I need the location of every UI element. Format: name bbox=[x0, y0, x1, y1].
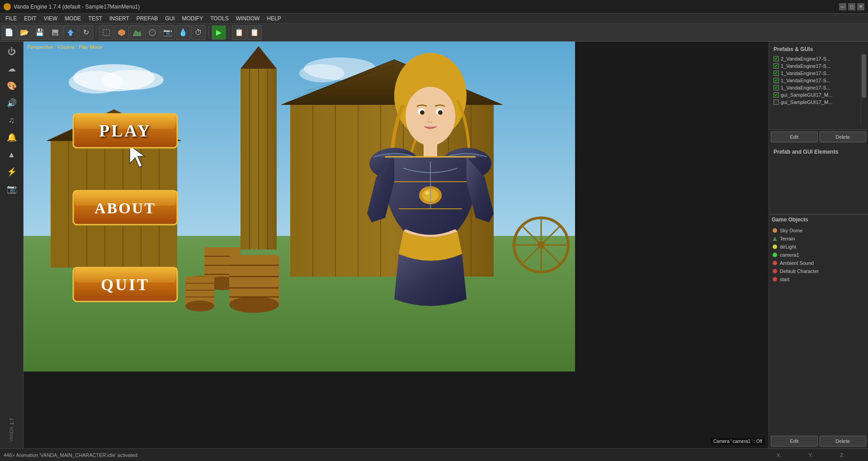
go-label-terrain: Terrain bbox=[780, 236, 795, 241]
toolbar-clock[interactable]: ⏱ bbox=[191, 25, 206, 40]
menu-gui[interactable]: GUI bbox=[161, 14, 178, 23]
prefabs-delete-button[interactable]: Delete bbox=[820, 132, 867, 142]
coord-group: X: Y: Z: bbox=[777, 452, 864, 458]
prefab-item-4[interactable]: ✓ 1_VandaEngine17-S... bbox=[771, 84, 866, 91]
prefab-item-6[interactable]: ✓ gui_SampleGUI17_M... bbox=[771, 99, 866, 106]
sidebar-bell-icon[interactable]: 🔔 bbox=[4, 129, 20, 146]
toolbar-water[interactable]: 💧 bbox=[176, 25, 190, 40]
svg-rect-4 bbox=[103, 29, 109, 36]
prefab-label-2: 1_VandaEngine17-S... bbox=[781, 71, 830, 76]
prefab-checkbox-0[interactable]: ✓ bbox=[774, 56, 779, 61]
go-delete-button[interactable]: Delete bbox=[820, 436, 867, 447]
go-dot-default-character bbox=[773, 269, 777, 273]
menu-prefab[interactable]: PREFAB bbox=[133, 14, 161, 23]
main-area: ⏻ ☁ 🎨 🔊 ♫ 🔔 ▲ ⚡ 📷 1.7 VANDA Perspective … bbox=[0, 42, 868, 448]
menu-window[interactable]: WINDOW bbox=[232, 14, 264, 23]
toolbar-copy[interactable]: 📋 bbox=[232, 25, 246, 40]
go-label-dirlight: dirLight bbox=[780, 244, 796, 249]
prefab-elements-section: Prefab and GUI Elements bbox=[769, 144, 868, 214]
sidebar-power-icon[interactable]: ⏻ bbox=[4, 43, 20, 60]
toolbar-new[interactable]: 📄 bbox=[2, 25, 16, 40]
toolbar-select[interactable] bbox=[99, 25, 113, 40]
sidebar-paint-icon[interactable]: 🎨 bbox=[4, 78, 20, 94]
prefab-item-0[interactable]: ✓ 2_VandaEngine17-S... bbox=[771, 55, 866, 62]
toolbar-terrain[interactable] bbox=[130, 25, 144, 40]
prefab-list: ✓ 2_VandaEngine17-S... ✓ 1_VandaEngine17… bbox=[771, 54, 866, 127]
prefab-item-2[interactable]: ✓ 1_VandaEngine17-S... bbox=[771, 70, 866, 77]
prefab-checkbox-4[interactable]: ✓ bbox=[774, 85, 779, 90]
svg-text:QUIT: QUIT bbox=[101, 276, 150, 294]
sidebar-audio-icon[interactable]: 🔊 bbox=[4, 95, 20, 111]
prefab-elements-title: Prefab and GUI Elements bbox=[771, 147, 866, 157]
camera-overlay: Camera ' camera1 ' : Off bbox=[711, 438, 765, 445]
menu-mode[interactable]: MODE bbox=[61, 14, 85, 23]
svg-point-73 bbox=[438, 110, 443, 115]
prefab-checkbox-5[interactable]: ✓ bbox=[774, 92, 779, 98]
toolbar-sep2 bbox=[208, 26, 209, 39]
prefab-item-5[interactable]: ✓ gui_SampleGUI17_M... bbox=[771, 91, 866, 99]
menu-edit[interactable]: EDIT bbox=[20, 14, 40, 23]
toolbar-paste[interactable]: 📋 bbox=[247, 25, 262, 40]
toolbar-open[interactable]: 📂 bbox=[17, 25, 32, 40]
y-value bbox=[815, 452, 833, 458]
toolbar: 📄 📂 💾 ↻ 📷 💧 ⏱ ▶ 📋 📋 bbox=[0, 24, 868, 42]
toolbar-save[interactable]: 💾 bbox=[33, 25, 47, 40]
sidebar-music-icon[interactable]: ♫ bbox=[4, 112, 20, 128]
prefab-checkbox-6[interactable]: ✓ bbox=[774, 99, 779, 105]
menu-test[interactable]: TEST bbox=[85, 14, 106, 23]
prefabs-section: Prefabs & GUIs ✓ 2_VandaEngine17-S... ✓ … bbox=[769, 42, 868, 130]
status-bar: 446> Animation 'VANDA_MAIN_CHARACTER:idl… bbox=[0, 448, 868, 461]
go-item-default-character[interactable]: Default Character bbox=[769, 267, 868, 275]
viewport[interactable]: Perspective : VScene : Play Mode bbox=[24, 42, 769, 448]
go-label-ambient-sound: Ambient Sound bbox=[780, 260, 814, 266]
menu-insert[interactable]: INSERT bbox=[106, 14, 133, 23]
vanda-name-label: VANDA bbox=[9, 427, 14, 442]
vanda-version-label: 1.7 bbox=[9, 418, 14, 425]
go-item-skydome[interactable]: Sky Dome bbox=[769, 226, 868, 235]
menu-view[interactable]: VIEW bbox=[40, 14, 61, 23]
toolbar-sphere[interactable] bbox=[145, 25, 160, 40]
prefab-label-4: 1_VandaEngine17-S... bbox=[781, 85, 830, 90]
prefabs-title: Prefabs & GUIs bbox=[771, 44, 866, 54]
svg-rect-2 bbox=[53, 33, 57, 35]
prefab-item-3[interactable]: ✓ 1_VandaEngine17-S... bbox=[771, 77, 866, 84]
prefabs-edit-button[interactable]: Edit bbox=[771, 132, 818, 142]
toolbar-play[interactable]: ▶ bbox=[212, 25, 226, 40]
sidebar-mountain-icon[interactable]: ▲ bbox=[4, 146, 20, 163]
prefab-item-1[interactable]: ✓ 1_VandaEngine17-S... bbox=[771, 62, 866, 70]
coord-x: X: bbox=[777, 452, 801, 458]
menu-file[interactable]: FILE bbox=[2, 14, 20, 23]
prefab-checkbox-3[interactable]: ✓ bbox=[774, 78, 779, 83]
go-item-camera1[interactable]: camera1 bbox=[769, 251, 868, 259]
sidebar-photo-icon[interactable]: 📷 bbox=[4, 181, 20, 197]
toolbar-redo[interactable]: ↻ bbox=[79, 25, 93, 40]
maximize-button[interactable]: ◻ bbox=[848, 3, 855, 10]
go-item-terrain[interactable]: Terrain bbox=[769, 235, 868, 243]
minimize-button[interactable]: — bbox=[839, 3, 846, 10]
prefab-checkbox-2[interactable]: ✓ bbox=[774, 71, 779, 76]
status-message: 446> Animation 'VANDA_MAIN_CHARACTER:idl… bbox=[4, 452, 768, 458]
window-controls: — ◻ ✕ bbox=[839, 3, 864, 10]
go-item-ambient-sound[interactable]: Ambient Sound bbox=[769, 259, 868, 267]
game-objects-list: Sky Dome Terrain dirLight camera1 bbox=[769, 225, 868, 434]
prefab-checkbox-1[interactable]: ✓ bbox=[774, 63, 779, 69]
menu-modify[interactable]: MODIFY bbox=[179, 14, 207, 23]
prefab-label-5: gui_SampleGUI17_M... bbox=[781, 92, 832, 98]
toolbar-cube[interactable] bbox=[114, 25, 129, 40]
game-objects-section: Game Objects Sky Dome Terrain dirLight bbox=[769, 214, 868, 434]
menu-tools[interactable]: TOOLS bbox=[207, 14, 232, 23]
go-item-dirlight[interactable]: dirLight bbox=[769, 243, 868, 251]
go-dot-ambient-sound bbox=[773, 261, 777, 265]
go-edit-button[interactable]: Edit bbox=[771, 436, 818, 447]
go-item-start[interactable]: start bbox=[769, 275, 868, 283]
sidebar-lightning-icon[interactable]: ⚡ bbox=[4, 164, 20, 180]
sidebar-cloud-icon[interactable]: ☁ bbox=[4, 61, 20, 77]
toolbar-import[interactable] bbox=[63, 25, 78, 40]
toolbar-save-as[interactable] bbox=[48, 25, 62, 40]
toolbar-camera[interactable]: 📷 bbox=[160, 25, 175, 40]
toolbar-sep3 bbox=[229, 26, 229, 39]
right-panel: Prefabs & GUIs ✓ 2_VandaEngine17-S... ✓ … bbox=[769, 42, 868, 448]
svg-marker-3 bbox=[67, 29, 74, 36]
close-button[interactable]: ✕ bbox=[857, 3, 864, 10]
menu-help[interactable]: HELP bbox=[263, 14, 284, 23]
